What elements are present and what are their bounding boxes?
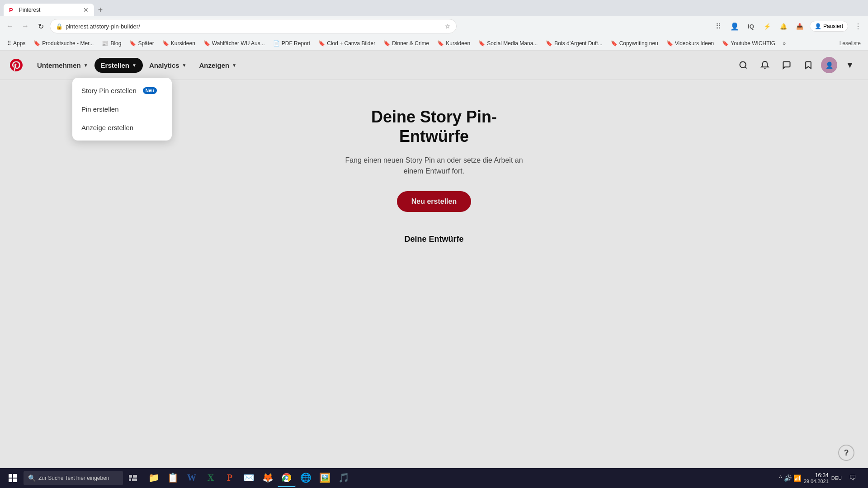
taskbar-excel[interactable]: X: [202, 469, 220, 487]
profile-button[interactable]: 👤 Pausiert: [810, 21, 848, 32]
toolbar-icon-1[interactable]: ⚡: [761, 20, 774, 33]
forward-button[interactable]: →: [19, 20, 32, 33]
extensions-icon[interactable]: ⠿: [712, 20, 725, 33]
bookmark-wu[interactable]: 🔖 Wahlfächer WU Aus...: [200, 39, 269, 48]
bookmark-bois[interactable]: 🔖 Bois d'Argent Duft...: [542, 39, 606, 48]
taskbar-apps: 📁 📋 W X P ✉️ 🦊: [145, 469, 353, 487]
address-actions: ☆: [445, 23, 451, 30]
bookmark-label: Social Media Mana...: [487, 40, 538, 47]
bookmark-blog[interactable]: 📰 Blog: [98, 39, 125, 48]
taskbar-firefox[interactable]: 🦊: [259, 469, 277, 487]
toolbar-icon-3[interactable]: 📥: [793, 20, 806, 33]
start-button[interactable]: [4, 470, 22, 486]
bookmarks-bar: ⠿ Apps 🔖 Produktsuche - Mer... 📰 Blog 🔖 …: [0, 36, 868, 51]
bookmark-apps[interactable]: ⠿ Apps: [4, 39, 29, 48]
taskbar-sticky-notes[interactable]: 📋: [164, 469, 182, 487]
system-tray-icons: ^ 🔊 📶: [779, 474, 801, 482]
bookmark-favicon: 🔖: [666, 40, 673, 47]
browser-titlebar: P Pinterest ✕ +: [0, 0, 868, 16]
tray-volume-icon[interactable]: 📶: [793, 474, 801, 482]
bookmark-favicon: 🔖: [129, 40, 136, 47]
bookmark-label: Später: [138, 40, 154, 47]
browser-toolbar: ← → ↻ 🔒 pinterest.at/story-pin-builder/ …: [0, 16, 868, 36]
profile-name: Pausiert: [823, 23, 843, 29]
bookmark-label: Kursideen: [446, 40, 470, 47]
tab-favicon: P: [9, 7, 15, 13]
reading-list-button[interactable]: Leseliste: [836, 39, 864, 48]
erstellen-dropdown-menu: Story Pin erstellen Neu Pin erstellen An…: [72, 78, 172, 141]
windows-taskbar: 🔍 Zur Suche Text hier eingeben 📁 📋 W X P: [0, 468, 868, 488]
address-bar[interactable]: 🔒 pinterest.at/story-pin-builder/ ☆: [50, 19, 457, 33]
bookmark-videokurs[interactable]: 🔖 Videokurs Ideen: [663, 39, 718, 48]
windows-logo-icon: [8, 474, 17, 483]
svg-rect-9: [132, 479, 137, 481]
toolbar-icon-2[interactable]: 🔔: [777, 20, 790, 33]
svg-rect-8: [129, 479, 131, 481]
bookmark-label: Youtube WICHTIG: [731, 40, 775, 47]
taskbar-file-explorer[interactable]: 📁: [145, 469, 163, 487]
accounts-icon[interactable]: 👤: [728, 20, 741, 33]
new-tab-button[interactable]: +: [94, 4, 107, 16]
new-badge: Neu: [143, 87, 157, 94]
bookmark-favicon: 🔖: [203, 40, 210, 47]
bookmark-produktsuche[interactable]: 🔖 Produktsuche - Mer...: [30, 39, 97, 48]
menu-button[interactable]: ⋮: [852, 20, 864, 33]
taskbar-search-text: Zur Suche Text hier eingeben: [38, 475, 109, 481]
bookmarks-overflow[interactable]: »: [780, 39, 788, 48]
bookmark-label: Dinner & Crime: [392, 40, 429, 47]
taskbar-word[interactable]: W: [183, 469, 201, 487]
svg-rect-7: [133, 475, 137, 478]
notification-center-button[interactable]: 🗨: [844, 470, 861, 486]
tab-title: Pinterest: [19, 7, 80, 13]
bookmark-favicon: 🔖: [478, 40, 485, 47]
bookmark-canva[interactable]: 🔖 Clod + Canva Bilder: [315, 39, 379, 48]
bookmark-spater[interactable]: 🔖 Später: [126, 39, 157, 48]
bookmark-youtube[interactable]: 🔖 Youtube WICHTIG: [718, 39, 779, 48]
taskbar-lang: DEU: [831, 475, 842, 481]
bookmark-copywriting[interactable]: 🔖 Copywriting neu: [607, 39, 662, 48]
bookmark-social[interactable]: 🔖 Social Media Mana...: [475, 39, 541, 48]
taskview-button[interactable]: [125, 470, 141, 486]
bookmark-label: Blog: [110, 40, 121, 47]
bookmark-kursideen1[interactable]: 🔖 Kursideen: [159, 39, 199, 48]
bookmark-label: PDF Report: [282, 40, 310, 47]
profile-icon: 👤: [815, 23, 821, 29]
taskbar-right: ^ 🔊 📶 16:34 29.04.2021 DEU 🗨: [779, 470, 864, 486]
browser-tab[interactable]: P Pinterest ✕: [4, 4, 94, 16]
svg-rect-4: [9, 479, 12, 482]
bookmark-favicon: 🔖: [33, 40, 40, 47]
taskbar-mail[interactable]: ✉️: [240, 469, 258, 487]
taskbar-photos[interactable]: 🖼️: [316, 469, 334, 487]
pin-item[interactable]: Pin erstellen: [72, 100, 172, 118]
bookmark-favicon: 📄: [273, 40, 280, 47]
iq-icon[interactable]: IQ: [745, 20, 757, 33]
taskbar-clock[interactable]: 16:34 29.04.2021: [804, 472, 829, 484]
anzeige-item[interactable]: Anzeige erstellen: [72, 118, 172, 137]
chrome-icon: [282, 473, 292, 483]
bookmark-favicon: 🔖: [722, 40, 729, 47]
pin-label: Pin erstellen: [81, 105, 119, 113]
pinterest-app: Unternehmen ▼ Erstellen ▼ Analytics ▼ An…: [0, 51, 868, 474]
taskbar-date: 29.04.2021: [804, 479, 829, 484]
story-pin-item[interactable]: Story Pin erstellen Neu: [72, 81, 172, 100]
bookmark-pdf[interactable]: 📄 PDF Report: [269, 39, 314, 48]
bookmark-label: Apps: [13, 40, 25, 47]
taskbar-search[interactable]: 🔍 Zur Suche Text hier eingeben: [24, 471, 123, 485]
bookmark-favicon: 🔖: [611, 40, 618, 47]
taskbar-powerpoint[interactable]: P: [221, 469, 239, 487]
taskbar-search-icon: 🔍: [28, 474, 36, 482]
taskbar-edge[interactable]: 🌐: [297, 469, 315, 487]
bookmark-label: Copywriting neu: [619, 40, 658, 47]
svg-point-13: [286, 477, 288, 479]
tab-close-icon[interactable]: ✕: [83, 7, 89, 13]
taskbar-chrome[interactable]: [278, 469, 296, 487]
bookmark-dinner[interactable]: 🔖 Dinner & Crime: [380, 39, 433, 48]
bookmark-kursideen2[interactable]: 🔖 Kursideen: [434, 39, 474, 48]
taskbar-spotify[interactable]: 🎵: [335, 469, 353, 487]
reload-button[interactable]: ↻: [34, 20, 47, 33]
star-icon[interactable]: ☆: [445, 23, 451, 30]
tray-network-icon[interactable]: 🔊: [784, 474, 792, 482]
back-button[interactable]: ←: [4, 20, 16, 33]
tray-expand-icon[interactable]: ^: [779, 474, 782, 482]
apps-grid-icon: ⠿: [7, 40, 11, 47]
